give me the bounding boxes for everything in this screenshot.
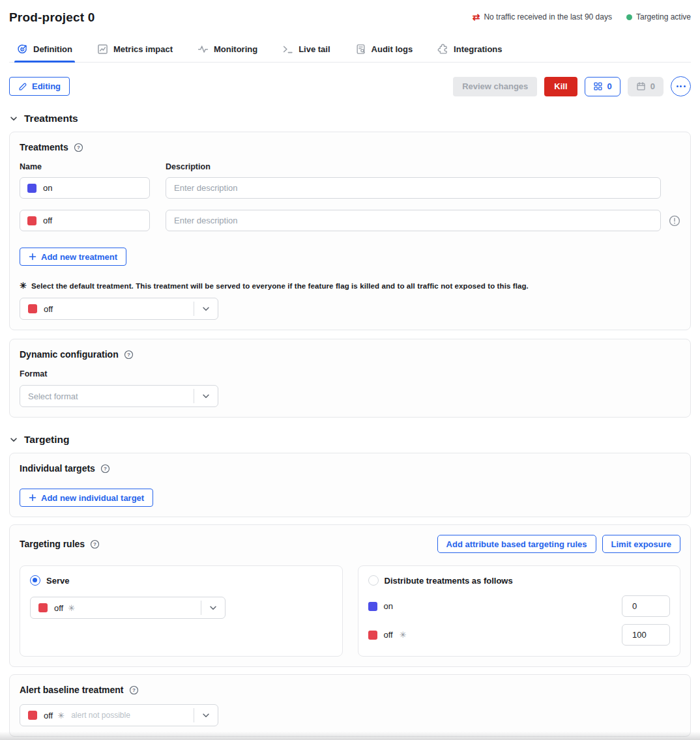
distribution-row: on (368, 595, 671, 617)
alert-baseline-select[interactable]: off ✳ alert not possible (20, 704, 218, 726)
dynamic-configuration-title: Dynamic configuration (20, 349, 119, 360)
default-treatment-asterisk-icon: ✳ (68, 604, 75, 612)
add-new-treatment-label: Add new treatment (41, 252, 117, 262)
editing-button[interactable]: Editing (9, 77, 70, 96)
treatments-card: Treatments ? Name Description (9, 132, 691, 330)
help-icon[interactable]: ? (129, 685, 139, 695)
distribution-percent-input[interactable] (622, 624, 670, 646)
chevron-down-icon (9, 114, 18, 123)
alert-baseline-card: Alert baseline treatment ? off ✳ alert n… (9, 674, 691, 737)
help-icon[interactable]: ? (100, 464, 110, 474)
review-changes-button[interactable]: Review changes (453, 77, 537, 96)
chevron-down-icon (9, 435, 18, 444)
svg-text:?: ? (77, 145, 80, 150)
help-icon[interactable]: ? (90, 539, 100, 549)
treatment-color-swatch (38, 603, 48, 612)
default-treatment-asterisk-icon: ✳ (57, 711, 65, 720)
format-select[interactable]: Select format (20, 385, 218, 407)
more-options-button[interactable] (671, 76, 691, 96)
serve-panel: Serve off ✳ (20, 565, 343, 657)
schedule-button[interactable]: 0 (628, 77, 664, 96)
format-select-placeholder: Select format (28, 391, 78, 401)
distribution-treatment-name: on (384, 601, 393, 611)
targeting-status-text: Targeting active (636, 12, 691, 21)
help-icon[interactable]: ? (74, 143, 83, 152)
pulse-icon (197, 44, 209, 55)
default-treatment-asterisk-icon: ✳ (400, 631, 407, 639)
kill-button[interactable]: Kill (544, 77, 577, 96)
target-icon (17, 44, 28, 55)
tab-metrics-impact[interactable]: Metrics impact (96, 38, 174, 62)
default-treatment-select-value: off (44, 304, 53, 314)
format-label: Format (20, 369, 680, 378)
limit-exposure-button[interactable]: Limit exposure (602, 535, 680, 553)
treatment-color-swatch (28, 711, 37, 720)
default-treatment-note-text: Select the default treatment. This treat… (31, 282, 529, 290)
serve-select-value: off (54, 603, 63, 613)
treatments-section-toggle[interactable]: Treatments (9, 113, 691, 124)
document-search-icon (355, 44, 366, 55)
default-treatment-asterisk-icon: ✳ (20, 281, 27, 290)
tab-label: Live tail (299, 44, 330, 54)
action-toolbar: Editing Review changes Kill 0 (9, 76, 691, 96)
treatment-name-field[interactable] (20, 177, 150, 199)
grid-count: 0 (607, 81, 612, 91)
add-new-treatment-button[interactable]: Add new treatment (20, 248, 126, 266)
treatment-name-input[interactable] (43, 183, 142, 193)
treatment-name-field[interactable] (20, 210, 150, 231)
distribute-radio[interactable] (368, 575, 379, 586)
add-attribute-rules-button[interactable]: Add attribute based targeting rules (437, 535, 596, 553)
serve-radio[interactable] (30, 575, 40, 586)
default-treatment-select[interactable]: off (20, 298, 218, 320)
targeting-rules-card: Targeting rules ? Add attribute based ta… (9, 524, 691, 667)
description-column-header: Description (166, 162, 211, 171)
tab-monitoring[interactable]: Monitoring (196, 38, 259, 62)
treatment-color-swatch (27, 216, 36, 225)
tab-label: Metrics impact (113, 44, 173, 54)
terminal-icon (282, 44, 293, 55)
page-header: Prod-project 0 ⇄ No traffic received in … (9, 9, 691, 25)
puzzle-icon (437, 44, 448, 55)
alert-baseline-value: off (44, 711, 53, 720)
tab-live-tail[interactable]: Live tail (281, 38, 331, 62)
targeting-section-toggle[interactable]: Targeting (9, 434, 691, 446)
header-status-group: ⇄ No traffic received in the last 90 day… (473, 9, 691, 21)
targeting-rules-title: Targeting rules (20, 539, 85, 549)
treatment-color-swatch (368, 602, 377, 611)
add-new-individual-target-button[interactable]: Add new individual target (20, 489, 153, 507)
targeting-status: Targeting active (626, 12, 691, 21)
plus-icon (29, 253, 36, 261)
tab-audit-logs[interactable]: Audit logs (354, 38, 415, 62)
feature-flag-definition-page: Prod-project 0 ⇄ No traffic received in … (0, 0, 700, 740)
treatment-name-input[interactable] (43, 216, 142, 225)
tab-label: Definition (33, 44, 72, 54)
treatment-description-input[interactable] (166, 177, 661, 199)
name-column-header: Name (20, 162, 150, 171)
warning-circle-icon[interactable] (669, 215, 680, 227)
traffic-status: ⇄ No traffic received in the last 90 day… (473, 12, 612, 21)
chevron-down-icon (194, 711, 218, 720)
tab-bar: Definition Metrics impact Monitoring (9, 38, 691, 63)
serve-treatment-select[interactable]: off ✳ (30, 597, 226, 619)
individual-targets-title: Individual targets (20, 463, 95, 474)
alert-baseline-title: Alert baseline treatment (20, 685, 124, 695)
treatment-description-input[interactable] (166, 210, 661, 231)
tab-integrations[interactable]: Integrations (436, 38, 503, 62)
help-icon[interactable]: ? (124, 350, 134, 360)
tab-label: Monitoring (214, 44, 257, 54)
treatments-card-title: Treatments (20, 142, 68, 152)
treatment-row (20, 177, 680, 199)
grid-icon (593, 81, 603, 91)
svg-text:?: ? (132, 687, 136, 693)
treatments-section-title: Treatments (24, 113, 78, 124)
flag-sets-button[interactable]: 0 (585, 77, 620, 96)
distribute-label: Distribute treatments as follows (385, 576, 513, 586)
tab-definition[interactable]: Definition (16, 38, 74, 62)
default-treatment-note: ✳ Select the default treatment. This tre… (20, 281, 680, 290)
distribute-panel: Distribute treatments as follows on off … (358, 565, 681, 657)
distribution-percent-input[interactable] (622, 595, 670, 617)
chevron-down-icon (194, 304, 218, 313)
line-chart-icon (97, 44, 108, 55)
treatment-color-swatch (368, 631, 377, 640)
chevron-down-icon (201, 603, 225, 612)
